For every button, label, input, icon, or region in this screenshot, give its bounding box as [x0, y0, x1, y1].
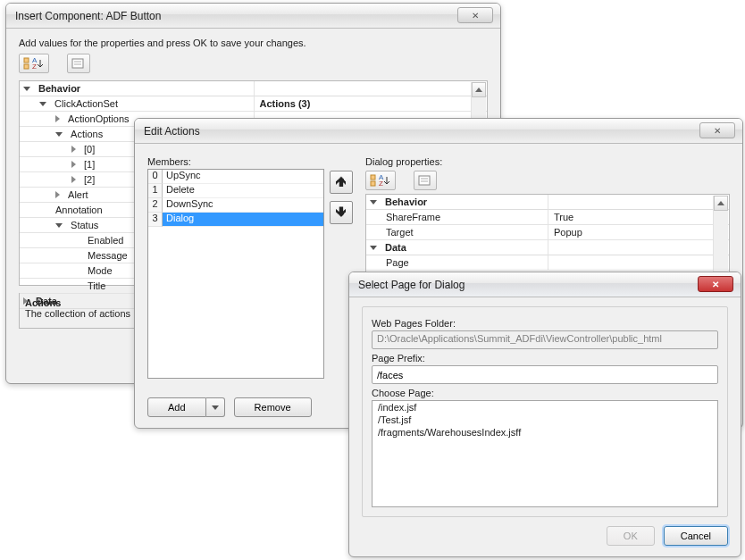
propgrid-toolbar: AZ: [19, 54, 488, 73]
titlebar[interactable]: Insert Component: ADF Button ✕: [6, 4, 500, 29]
add-button[interactable]: Add: [147, 397, 206, 417]
folder-field: D:\Oracle\Applications\Summit_ADFdi\View…: [372, 330, 718, 349]
categorize-toggle-button[interactable]: AZ: [19, 54, 49, 73]
prop-annotation[interactable]: Annotation: [55, 205, 103, 215]
close-icon: ✕: [472, 11, 479, 21]
scroll-up-button[interactable]: [714, 196, 728, 211]
expand-icon[interactable]: [55, 115, 60, 122]
collapse-icon[interactable]: [39, 102, 46, 106]
category-behavior: Behavior: [38, 83, 80, 94]
window-title: Insert Component: ADF Button: [15, 10, 161, 22]
ok-button[interactable]: OK: [607, 526, 655, 546]
select-page-dialog: Select Page for Dialog ✕ Web Pages Folde…: [348, 272, 741, 557]
members-listbox[interactable]: 0UpSync 1Delete 2DownSync 3Dialog: [147, 169, 324, 379]
folder-label: Web Pages Folder:: [372, 318, 718, 329]
collapse-icon[interactable]: [370, 200, 377, 205]
scroll-up-button[interactable]: [472, 82, 486, 97]
choose-page-label: Choose Page:: [372, 388, 718, 398]
property-pages-button[interactable]: [67, 54, 90, 73]
expand-icon[interactable]: [23, 297, 28, 305]
close-button[interactable]: ✕: [457, 7, 493, 23]
instruction-text: Add values for the properties and press …: [19, 38, 488, 48]
member-item[interactable]: DownSync: [163, 198, 323, 213]
move-down-button[interactable]: 🡻: [330, 201, 353, 224]
close-icon: ✕: [712, 280, 719, 289]
move-up-button[interactable]: 🡹: [330, 171, 353, 194]
collapse-icon[interactable]: [370, 246, 377, 250]
dialog-properties-label: Dialog properties:: [365, 156, 730, 167]
collapse-icon[interactable]: [55, 132, 63, 137]
prop-message[interactable]: Message: [88, 250, 128, 261]
close-button[interactable]: ✕: [698, 276, 733, 292]
titlebar[interactable]: Select Page for Dialog ✕: [349, 272, 741, 297]
prop-shareframe[interactable]: ShareFrame: [386, 212, 440, 222]
window-title: Select Page for Dialog: [358, 279, 465, 291]
list-item[interactable]: /Test.jsf: [372, 414, 717, 426]
category-data: Data: [36, 296, 57, 306]
remove-button[interactable]: Remove: [234, 397, 312, 417]
category-data: Data: [385, 242, 406, 253]
list-item[interactable]: /index.jsf: [372, 401, 717, 414]
svg-text:Z: Z: [379, 180, 383, 187]
chevron-up-icon: [717, 201, 724, 205]
expand-icon[interactable]: [71, 146, 76, 153]
prop-actionoptions[interactable]: ActionOptions: [68, 113, 129, 124]
propgrid-toolbar: AZ: [365, 171, 730, 190]
member-item[interactable]: UpSync: [163, 170, 323, 184]
members-label: Members:: [147, 156, 353, 167]
categorize-toggle-button[interactable]: AZ: [365, 171, 396, 190]
arrow-up-icon: 🡹: [335, 175, 347, 189]
titlebar[interactable]: Edit Actions ✕: [135, 119, 742, 144]
svg-rect-8: [371, 181, 375, 186]
window-title: Edit Actions: [144, 125, 200, 138]
prop-enabled[interactable]: Enabled: [88, 235, 123, 246]
choose-page-listbox[interactable]: /index.jsf /Test.jsf /fragments/Warehous…: [372, 400, 718, 507]
expand-icon[interactable]: [55, 191, 60, 198]
svg-rect-12: [421, 178, 428, 180]
svg-rect-13: [421, 180, 428, 182]
svg-rect-5: [74, 61, 81, 63]
collapse-icon[interactable]: [55, 223, 63, 228]
arrow-down-icon: 🡻: [335, 205, 347, 220]
category-behavior: Behavior: [385, 196, 427, 207]
svg-text:Z: Z: [32, 63, 37, 70]
list-item[interactable]: /fragments/WarehousesIndex.jsff: [372, 426, 717, 439]
prop-clickactionset[interactable]: ClickActionSet: [54, 98, 118, 109]
chevron-down-icon: [212, 405, 219, 410]
actions-header-value: Actions (3): [254, 96, 488, 112]
prop-actions[interactable]: Actions: [71, 129, 103, 139]
collapse-icon[interactable]: [23, 87, 30, 91]
expand-icon[interactable]: [71, 161, 76, 168]
svg-rect-7: [371, 175, 375, 180]
prop-status[interactable]: Status: [71, 220, 98, 230]
svg-rect-0: [24, 58, 29, 63]
prop-target-value[interactable]: Popup: [548, 225, 729, 240]
prop-title[interactable]: Title: [88, 280, 105, 291]
prop-shareframe-value[interactable]: True: [548, 210, 729, 225]
member-item[interactable]: Delete: [163, 184, 323, 198]
svg-rect-1: [24, 64, 29, 69]
cancel-button[interactable]: Cancel: [664, 526, 728, 546]
expand-icon[interactable]: [71, 176, 76, 183]
svg-rect-6: [74, 63, 81, 65]
prop-action-1[interactable]: [1]: [84, 159, 95, 170]
property-pages-button[interactable]: [414, 171, 437, 190]
chevron-up-icon: [475, 88, 482, 92]
prop-alert[interactable]: Alert: [68, 189, 88, 200]
page-prefix-label: Page Prefix:: [372, 353, 718, 364]
page-prefix-field[interactable]: [372, 365, 718, 384]
prop-mode[interactable]: Mode: [88, 265, 113, 276]
close-icon: ✕: [714, 126, 721, 136]
close-button[interactable]: ✕: [699, 122, 735, 138]
prop-action-2[interactable]: [2]: [84, 174, 95, 185]
prop-page[interactable]: Page: [386, 257, 409, 268]
prop-target[interactable]: Target: [386, 227, 414, 238]
member-item[interactable]: Dialog: [163, 213, 323, 227]
add-dropdown-button[interactable]: [206, 397, 225, 417]
prop-action-0[interactable]: [0]: [84, 144, 95, 155]
